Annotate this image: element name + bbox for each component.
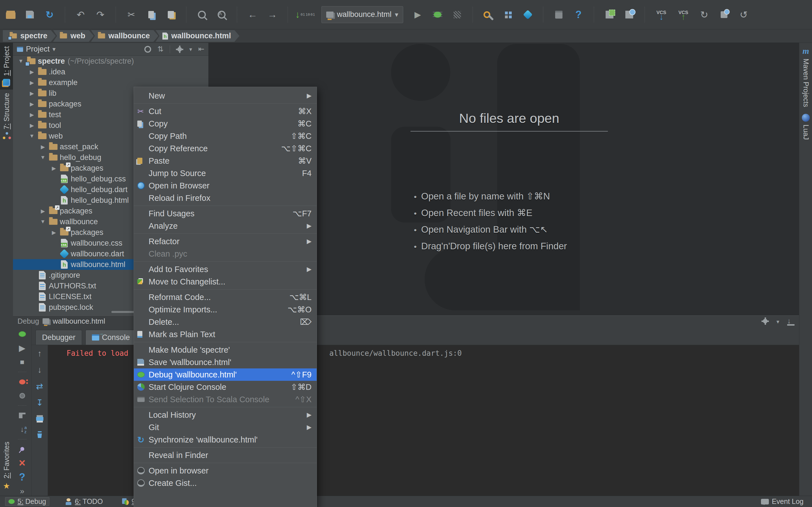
statusbar-button-5-debug[interactable]: 5: Debug <box>5 497 49 506</box>
vcs-checkout-icon[interactable]: VCS <box>654 8 669 21</box>
run-settings-icon[interactable] <box>482 8 495 21</box>
tree-row[interactable]: .idea <box>13 66 208 77</box>
sdk-manager-icon[interactable] <box>553 8 565 21</box>
search-icon[interactable] <box>196 8 208 21</box>
statusbar-button-6-todo[interactable]: 6: TODO <box>62 497 106 506</box>
dart-sdk-icon[interactable] <box>522 8 534 21</box>
tree-toggle-icon[interactable] <box>27 122 37 129</box>
tree-toggle-icon[interactable] <box>38 219 48 225</box>
project-structure-icon[interactable] <box>502 8 514 21</box>
locate-icon[interactable] <box>144 46 151 53</box>
view-breakpoints-icon[interactable] <box>17 377 28 386</box>
menu-item-open-in-browser[interactable]: Open in Browser <box>134 179 317 192</box>
menu-item-analyze[interactable]: Analyze <box>134 220 317 232</box>
event-log-button[interactable]: Event Log <box>758 497 807 506</box>
tree-toggle-icon[interactable] <box>49 165 59 172</box>
copy-icon[interactable] <box>145 8 157 21</box>
open-folder-icon[interactable] <box>5 8 16 21</box>
menu-item-reveal-in-finder[interactable]: Reveal in Finder <box>134 449 317 461</box>
tree-toggle-icon[interactable] <box>38 154 48 161</box>
tree-toggle-icon[interactable] <box>27 133 37 139</box>
redo-icon[interactable] <box>94 8 107 21</box>
tab-console[interactable]: Console <box>86 330 137 345</box>
tree-toggle-icon[interactable] <box>49 229 59 236</box>
menu-item-open-in-browser[interactable]: Open in browser <box>134 464 317 477</box>
sort-alpha-icon[interactable] <box>17 425 28 434</box>
sync-icon[interactable] <box>43 8 56 21</box>
breadcrumb-item[interactable]: wallbounce.html <box>156 30 240 42</box>
menu-item-local-history[interactable]: Local History <box>134 409 317 421</box>
down-icon[interactable] <box>34 365 45 375</box>
breadcrumb-item[interactable]: spectre <box>3 30 56 42</box>
menu-item-clean-pyc[interactable]: Clean .pyc <box>134 247 317 260</box>
debug-bug-icon[interactable] <box>432 8 444 21</box>
sidebar-tab-maven-projects[interactable]: Maven Projects <box>799 43 812 110</box>
up-icon[interactable] <box>34 348 45 358</box>
rerun-frame-icon[interactable] <box>34 381 45 391</box>
run-config-select[interactable]: wallbounce.html <box>321 6 403 23</box>
tree-toggle-icon[interactable] <box>27 90 37 97</box>
vcs-rollback-icon[interactable] <box>738 8 750 21</box>
tree-toggle-icon[interactable] <box>27 101 37 107</box>
vcs-commit-icon[interactable] <box>718 8 730 21</box>
menu-item-add-to-favorites[interactable]: Add to Favorites <box>134 263 317 276</box>
horizontal-scrollbar[interactable] <box>111 311 135 313</box>
more-icon[interactable] <box>17 487 28 496</box>
menu-item-send-selection-to-scala-console[interactable]: Send Selection To Scala Console ^⇧X <box>134 393 317 406</box>
menu-item-copy-reference[interactable]: Copy Reference ⌥⇧⌘C <box>134 142 317 155</box>
save-chip-icon[interactable] <box>603 8 616 21</box>
console-source-link[interactable]: allbounce/wallbounce.dart.js:0 <box>329 349 462 357</box>
tree-row[interactable]: example <box>13 77 208 88</box>
menu-item-paste[interactable]: Paste ⌘V <box>134 155 317 167</box>
menu-item-create-gist-[interactable]: Create Gist... <box>134 477 317 489</box>
tree-toggle-icon[interactable] <box>27 112 37 118</box>
tree-toggle-icon[interactable] <box>38 208 48 214</box>
menu-item-reload-in-firefox[interactable]: Reload in Firefox <box>134 192 317 204</box>
tab-debugger[interactable]: Debugger <box>36 330 82 345</box>
breadcrumb-item[interactable]: wallbounce <box>91 30 158 42</box>
stop-icon[interactable] <box>17 357 28 367</box>
menu-item-save-wallbounce-html-[interactable]: Save 'wallbounce.html' <box>134 356 317 369</box>
debug-rerun-icon[interactable] <box>17 329 28 339</box>
menu-item-make-module-spectre-[interactable]: Make Module 'spectre' <box>134 344 317 356</box>
clear-icon[interactable] <box>34 430 45 440</box>
menu-item-find-usages[interactable]: Find Usages ⌥F7 <box>134 207 317 220</box>
tree-row[interactable]: spectre(~/Projects/spectre) <box>13 56 208 66</box>
make-icon[interactable]: 011001 <box>297 8 313 21</box>
menu-item-copy-path[interactable]: Copy Path ⇧⌘C <box>134 130 317 142</box>
breadcrumb-item[interactable]: web <box>53 30 94 42</box>
save-all-icon[interactable] <box>24 8 36 21</box>
menu-item-new[interactable]: New <box>134 90 317 102</box>
coverage-icon[interactable] <box>451 8 463 21</box>
hide-panel-icon[interactable] <box>198 45 204 54</box>
gear-icon[interactable] <box>762 318 769 325</box>
menu-item-copy[interactable]: Copy ⌘C <box>134 117 317 130</box>
menu-item-reformat-code-[interactable]: Reformat Code... ⌥⌘L <box>134 291 317 303</box>
menu-item-move-to-changelist-[interactable]: Move to Changelist... <box>134 276 317 288</box>
menu-item-optimize-imports-[interactable]: Optimize Imports... ⌥⌘O <box>134 303 317 316</box>
menu-item-cut[interactable]: Cut ⌘X <box>134 105 317 117</box>
menu-item-refactor[interactable]: Refactor <box>134 235 317 247</box>
menu-item-delete-[interactable]: Delete... ⌦ <box>134 316 317 328</box>
replace-icon[interactable]: A <box>215 8 228 21</box>
chevron-down-icon[interactable] <box>52 46 56 53</box>
vcs-push-icon[interactable]: VCS <box>676 8 691 21</box>
pin-icon[interactable] <box>17 445 28 454</box>
run-icon[interactable] <box>412 8 424 21</box>
menu-item-synchronize-wallbounce-html-[interactable]: Synchronize 'wallbounce.html' <box>134 434 317 446</box>
sidebar-tab-luaj[interactable]: LuaJ <box>799 110 812 143</box>
sidebar-tab-1-project[interactable]: 1: Project <box>0 43 13 90</box>
tree-toggle-icon[interactable] <box>27 79 37 86</box>
menu-item-start-clojure-console[interactable]: Start Clojure Console ⇧⌘D <box>134 381 317 393</box>
menu-item-git[interactable]: Git <box>134 421 317 434</box>
collapse-all-icon[interactable] <box>157 45 163 54</box>
help-icon[interactable] <box>572 8 585 21</box>
save-clock-icon[interactable] <box>623 8 636 21</box>
sidebar-tab-7-structure[interactable]: 7: Structure <box>0 90 13 143</box>
scroll-end-icon[interactable] <box>34 397 45 407</box>
help-icon[interactable] <box>17 472 28 482</box>
gear-icon[interactable] <box>176 46 183 53</box>
minimize-panel-icon[interactable] <box>787 317 795 326</box>
undo-icon[interactable] <box>74 8 87 21</box>
tree-toggle-icon[interactable] <box>16 58 26 64</box>
